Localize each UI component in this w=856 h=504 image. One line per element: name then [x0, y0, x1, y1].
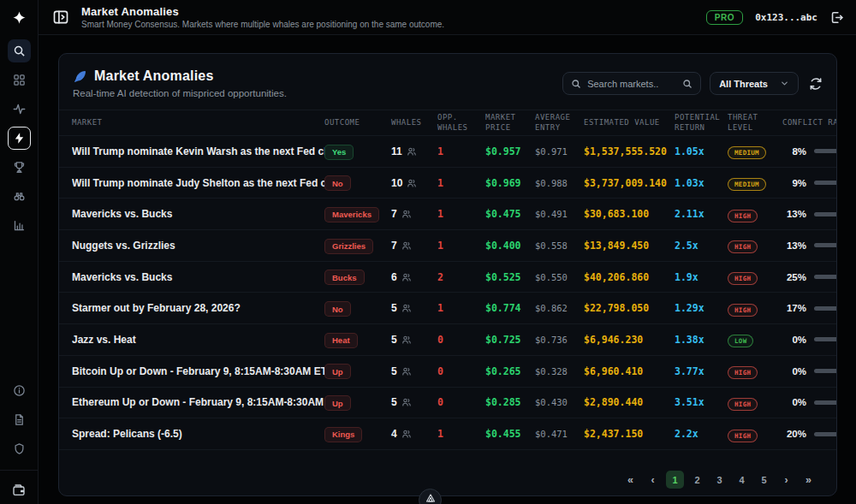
table-row[interactable]: Will Trump nominate Kevin Warsh as the n… — [59, 136, 836, 168]
search-icon — [571, 79, 581, 89]
average-entry: $0.430 — [535, 397, 584, 407]
trophy-icon — [13, 161, 26, 174]
average-entry: $0.736 — [535, 335, 584, 345]
threat-filter-dropdown[interactable]: All Threats — [710, 72, 799, 95]
table-row[interactable]: Nuggets vs. Grizzlies Grizzlies 7 1 — [59, 230, 836, 262]
panel-controls: All Threats — [562, 72, 823, 95]
pagination-prev-button[interactable]: ‹ — [644, 471, 662, 489]
conflict-percentage: 25% — [782, 272, 806, 282]
threat-cell: HIGH — [728, 394, 782, 411]
users-icon — [401, 303, 412, 313]
whales-cell: 5 — [391, 334, 437, 346]
users-icon — [407, 146, 417, 157]
estimated-value: $22,798.050 — [584, 302, 675, 314]
sidebar-item-leaderboard[interactable] — [8, 156, 31, 179]
conflict-ratio-cell: 20% — [782, 429, 836, 439]
table-row[interactable]: Mavericks vs. Bucks Bucks 6 2 $0 — [59, 262, 836, 294]
column-header: THREAT LEVEL — [728, 113, 782, 133]
threat-level-badge: HIGH — [728, 240, 758, 253]
search-input[interactable] — [587, 79, 676, 89]
market-price: $0.265 — [485, 365, 535, 377]
estimated-value: $40,206.860 — [584, 271, 675, 283]
sidebar-item-analytics[interactable] — [8, 214, 31, 237]
threat-level-badge: HIGH — [728, 210, 758, 222]
users-icon — [401, 397, 412, 407]
sidebar-item-dashboard[interactable] — [8, 68, 31, 92]
conflict-ratio-bar — [814, 212, 836, 216]
pagination-first-button[interactable]: « — [621, 471, 639, 489]
sidebar-item-info[interactable] — [8, 379, 31, 402]
feather-icon — [73, 69, 87, 84]
sidebar-toggle-icon — [52, 9, 69, 26]
whale-count: 5 — [391, 396, 397, 408]
opp-whales-count: 1 — [437, 240, 485, 252]
whale-count: 6 — [391, 271, 397, 283]
market-price: $0.957 — [485, 145, 535, 157]
average-entry: $0.491 — [535, 209, 584, 219]
table-row[interactable]: Mavericks vs. Bucks Mavericks 7 1 — [59, 199, 836, 230]
market-name: Will Trump nominate Kevin Warsh as the n… — [72, 145, 324, 157]
search-icon — [13, 44, 26, 57]
table-row[interactable]: Ethereum Up or Down - February 9, 8:15AM… — [59, 388, 836, 419]
table-row[interactable]: Will Trump nominate Judy Shelton as the … — [59, 168, 836, 199]
app-logo[interactable] — [0, 0, 38, 35]
outcome-cell: No — [324, 175, 391, 192]
conflict-percentage: 0% — [782, 335, 806, 345]
search-box — [562, 72, 701, 95]
estimated-value: $2,437.150 — [584, 428, 675, 440]
table-row[interactable]: Bitcoin Up or Down - February 9, 8:15AM-… — [59, 356, 836, 388]
refresh-button[interactable] — [809, 77, 823, 91]
column-header: ESTIMATED VALUE — [584, 118, 675, 127]
pagination-page-button[interactable]: 4 — [733, 471, 751, 489]
pagination-last-button[interactable]: » — [800, 471, 817, 489]
sidebar-item-docs[interactable] — [8, 408, 31, 431]
bar-chart-icon — [13, 219, 26, 232]
conflict-percentage: 13% — [782, 240, 806, 251]
sidebar-item-wallet[interactable] — [12, 477, 26, 504]
wallet-address[interactable]: 0x123...abc — [755, 12, 817, 23]
pagination-page-button[interactable]: 5 — [755, 471, 773, 489]
threat-cell: MEDIUM — [728, 175, 782, 191]
sidebar-item-anomalies[interactable] — [8, 127, 31, 150]
opp-whales-count: 0 — [437, 334, 485, 346]
conflict-ratio-cell: 17% — [782, 303, 836, 313]
opp-whales-count: 0 — [437, 365, 485, 377]
conflict-percentage: 0% — [782, 397, 806, 407]
outcome-badge: Yes — [324, 145, 354, 160]
market-name: Jazz vs. Heat — [72, 334, 324, 346]
pro-badge: PRO — [706, 10, 743, 25]
table-row[interactable]: Starmer out by February 28, 2026? No 5 1 — [59, 293, 836, 324]
conflict-ratio-bar — [814, 369, 836, 373]
threat-cell: HIGH — [728, 300, 782, 317]
conflict-ratio-cell: 0% — [782, 366, 836, 377]
conflict-percentage: 17% — [782, 303, 806, 313]
pagination-next-button[interactable]: › — [777, 471, 795, 489]
table-row[interactable]: Spread: Pelicans (-6.5) Kings 4 1 — [59, 418, 836, 450]
threat-level-badge: HIGH — [728, 272, 758, 285]
binoculars-icon — [13, 190, 26, 203]
column-header: OPP. WHALES — [437, 113, 485, 133]
pagination-page-button[interactable]: 1 — [666, 471, 684, 489]
table-row[interactable]: Jazz vs. Heat Heat 5 0 $0.725 — [59, 324, 836, 356]
threat-level-badge: LOW — [728, 335, 753, 347]
whale-count: 4 — [391, 428, 397, 440]
market-price: $0.774 — [485, 302, 535, 314]
estimated-value: $30,683.100 — [584, 208, 675, 220]
document-icon — [13, 413, 26, 426]
sidebar-item-security[interactable] — [8, 437, 31, 460]
users-icon — [407, 178, 417, 188]
sidebar-item-scanner[interactable] — [8, 185, 31, 208]
sidebar-item-search[interactable] — [8, 39, 31, 62]
logout-button[interactable] — [829, 10, 844, 25]
info-icon — [13, 384, 26, 397]
estimated-value: $13,849.450 — [584, 240, 675, 252]
pagination-page-button[interactable]: 2 — [688, 471, 706, 489]
pagination-page-button[interactable]: 3 — [710, 471, 728, 489]
conflict-percentage: 9% — [782, 178, 806, 188]
sidebar-item-activity[interactable] — [8, 98, 31, 121]
average-entry: $0.971 — [535, 146, 584, 157]
whales-cell: 11 — [391, 145, 437, 157]
users-icon — [401, 272, 412, 282]
threat-level-badge: MEDIUM — [728, 146, 766, 159]
panel-toggle-button[interactable] — [52, 9, 69, 26]
